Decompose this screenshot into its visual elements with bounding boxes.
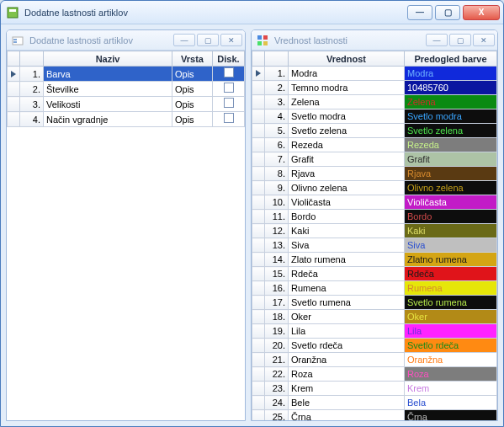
cell-color-preview[interactable]: Svetlo rumena [405,296,497,310]
cell-color-preview[interactable]: Zlatno rumena [405,253,497,267]
cell-value[interactable]: Olivno zelena [289,181,405,195]
table-row[interactable]: 14.Zlato rumenaZlatno rumena [252,253,497,267]
checkbox[interactable] [224,113,234,123]
cell-value[interactable]: Zlato rumena [289,253,405,267]
cell-color-preview[interactable]: Svetlo modra [405,109,497,124]
cell-value[interactable]: Svetlo zelena [289,124,405,138]
table-row[interactable]: 11.BordoBordo [252,210,497,224]
cell-value[interactable]: Svetlo rdeča [289,339,405,353]
minimize-button[interactable]: — [407,5,432,20]
cell-color-preview[interactable]: Siva [405,238,497,253]
cell-value[interactable]: Roza [289,367,405,382]
cell-value[interactable]: Temno modra [289,81,405,95]
values-grid[interactable]: Vrednost Predogled barve 1.ModraModra2.T… [252,51,497,420]
cell-name[interactable]: Način vgradnje [44,112,172,127]
cell-color-preview[interactable]: Kaki [405,224,497,238]
cell-value[interactable]: Violičasta [289,195,405,210]
cell-color-preview[interactable]: Olivno zelena [405,181,497,195]
cell-name[interactable]: Številke [44,82,172,97]
cell-value[interactable]: Črna [289,410,405,421]
cell-type[interactable]: Opis [172,82,213,97]
cell-value[interactable]: Siva [289,238,405,253]
cell-value[interactable]: Oker [289,310,405,324]
cell-value[interactable]: Grafit [289,152,405,167]
child-maximize-button[interactable]: ▢ [197,34,219,46]
col-preview-header[interactable]: Predogled barve [405,51,497,67]
table-row[interactable]: 12.KakiKaki [252,224,497,238]
checkbox[interactable] [224,83,234,93]
table-row[interactable]: 8.RjavaRjava [252,167,497,181]
table-row[interactable]: 21.OranžnaOranžna [252,353,497,367]
cell-value[interactable]: Krem [289,382,405,396]
cell-color-preview[interactable]: 10485760 [405,81,497,95]
cell-name[interactable]: Velikosti [44,97,172,112]
cell-color-preview[interactable]: Krem [405,382,497,396]
cell-color-preview[interactable]: Svetlo zelena [405,124,497,138]
table-row[interactable]: 9.Olivno zelenaOlivno zelena [252,181,497,195]
table-row[interactable]: 24.BeleBela [252,396,497,410]
cell-disc[interactable] [213,97,245,112]
close-button[interactable]: X [463,5,500,20]
cell-value[interactable]: Rezeda [289,138,405,152]
col-name-header[interactable]: Naziv [44,51,172,67]
table-row[interactable]: 2.Temno modra10485760 [252,81,497,95]
cell-color-preview[interactable]: Oranžna [405,353,497,367]
table-row[interactable]: 6.RezedaRezeda [252,138,497,152]
cell-value[interactable]: Bordo [289,210,405,224]
child-close-button[interactable]: ✕ [220,34,242,46]
cell-value[interactable]: Oranžna [289,353,405,367]
cell-disc[interactable] [213,82,245,97]
table-row[interactable]: 10.VioličastaVioličasta [252,195,497,210]
cell-value[interactable]: Modra [289,67,405,81]
child-minimize-button[interactable]: — [173,34,195,46]
table-row[interactable]: 15.RdečaRdeča [252,267,497,281]
cell-value[interactable]: Kaki [289,224,405,238]
cell-color-preview[interactable]: Violičasta [405,195,497,210]
cell-value[interactable]: Lila [289,324,405,339]
cell-color-preview[interactable]: Modra [405,67,497,81]
cell-color-preview[interactable]: Bordo [405,210,497,224]
cell-color-preview[interactable]: Roza [405,367,497,382]
table-row[interactable]: 4.Svetlo modraSvetlo modra [252,109,497,124]
col-value-header[interactable]: Vrednost [289,51,405,67]
checkbox[interactable] [224,98,234,108]
cell-type[interactable]: Opis [172,97,213,112]
child-maximize-button[interactable]: ▢ [449,34,471,46]
maximize-button[interactable]: ▢ [435,5,460,20]
cell-color-preview[interactable]: Bela [405,396,497,410]
table-row[interactable]: 3.VelikostiOpis [8,97,245,112]
cell-type[interactable]: Opis [172,67,213,82]
properties-grid[interactable]: Naziv Vrsta Disk. 1.BarvaOpis2.ŠtevilkeO… [7,51,245,127]
col-disc-header[interactable]: Disk. [213,51,245,67]
cell-value[interactable]: Svetlo modra [289,109,405,124]
cell-color-preview[interactable]: Rjava [405,167,497,181]
child-minimize-button[interactable]: — [426,34,448,46]
table-row[interactable]: 5.Svetlo zelenaSvetlo zelena [252,124,497,138]
table-row[interactable]: 1.ModraModra [252,67,497,81]
child-close-button[interactable]: ✕ [473,34,495,46]
table-row[interactable]: 4.Način vgradnjeOpis [8,112,245,127]
table-row[interactable]: 17.Svetlo rumenaSvetlo rumena [252,296,497,310]
cell-color-preview[interactable]: Črna [405,410,497,421]
table-row[interactable]: 16.RumenaRumena [252,281,497,296]
cell-type[interactable]: Opis [172,112,213,127]
table-row[interactable]: 20.Svetlo rdečaSvetlo rdeča [252,339,497,353]
cell-value[interactable]: Rjava [289,167,405,181]
table-row[interactable]: 25.ČrnaČrna [252,410,497,421]
cell-value[interactable]: Rdeča [289,267,405,281]
table-row[interactable]: 3.ZelenaZelena [252,95,497,109]
cell-color-preview[interactable]: Svetlo rdeča [405,339,497,353]
main-titlebar[interactable]: Dodatne lastnosti artiklov — ▢ X [1,1,503,24]
table-row[interactable]: 19.LilaLila [252,324,497,339]
table-row[interactable]: 13.SivaSiva [252,238,497,253]
cell-name[interactable]: Barva [44,67,172,82]
values-titlebar[interactable]: Vrednost lastnosti — ▢ ✕ [252,30,497,51]
col-type-header[interactable]: Vrsta [172,51,213,67]
table-row[interactable]: 7.GrafitGrafit [252,152,497,167]
cell-value[interactable]: Rumena [289,281,405,296]
cell-color-preview[interactable]: Oker [405,310,497,324]
table-row[interactable]: 2.ŠtevilkeOpis [8,82,245,97]
properties-titlebar[interactable]: Dodatne lastnosti artiklov — ▢ ✕ [7,30,245,51]
cell-disc[interactable] [213,112,245,127]
cell-color-preview[interactable]: Rezeda [405,138,497,152]
